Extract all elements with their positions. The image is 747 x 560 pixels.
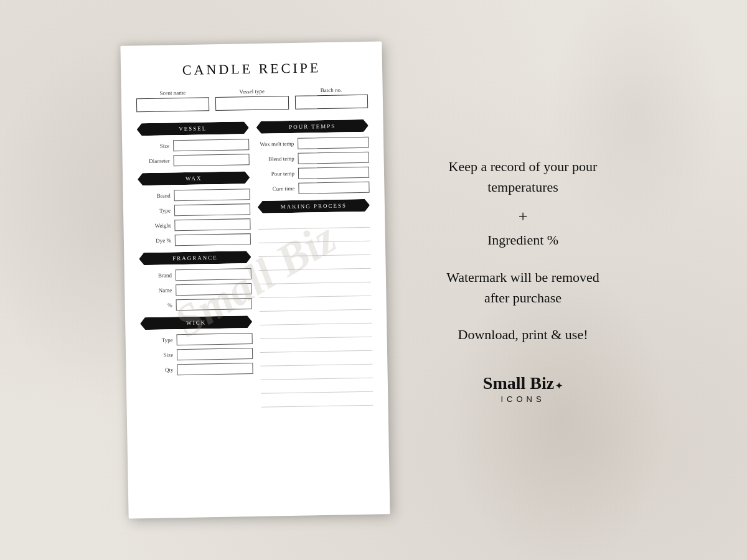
brand-name-text: Small Biz ✦ [483, 374, 563, 393]
vessel-type-field: Vessel type [215, 88, 289, 111]
frag-brand-input[interactable] [176, 268, 251, 281]
fragrance-section-header: FRAGRANCE [139, 251, 251, 265]
scent-name-input[interactable] [136, 97, 210, 112]
process-line [260, 312, 372, 325]
cure-time-label: Cure time [257, 185, 294, 192]
process-line [260, 326, 372, 339]
vessel-type-label: Vessel type [239, 88, 265, 95]
vessel-size-label: Size [137, 142, 169, 149]
process-line [259, 285, 371, 298]
vessel-diameter-row: Diameter [137, 154, 249, 167]
wick-size-input[interactable] [177, 348, 253, 360]
frag-pct-row: % [140, 298, 252, 311]
pour-temp-label: Pour temp [257, 170, 294, 177]
wick-qty-input[interactable] [177, 363, 253, 375]
vessel-diameter-label: Diameter [138, 157, 170, 164]
process-line [260, 340, 372, 353]
process-line [258, 230, 370, 243]
process-line [260, 367, 372, 380]
scent-name-label: Scent name [159, 90, 186, 96]
wick-type-label: Type [141, 337, 173, 343]
frag-pct-label: % [140, 302, 172, 309]
wick-size-label: Size [141, 352, 173, 358]
batch-no-input[interactable] [294, 95, 368, 110]
right-column: POUR TEMPS Wax melt temp Blend temp Pour… [256, 119, 374, 410]
pour-temps-section-header: POUR TEMPS [256, 119, 369, 134]
pour-temp-input[interactable] [298, 167, 369, 179]
document-card: CANDLE RECIPE Scent name Vessel type Bat… [120, 41, 390, 518]
info-ingredient-text: Ingredient % [487, 232, 558, 248]
wax-weight-input[interactable] [174, 218, 250, 231]
frag-name-input[interactable] [176, 283, 251, 296]
process-line [260, 299, 372, 312]
top-fields: Scent name Vessel type Batch no. [136, 86, 369, 112]
vessel-diameter-input[interactable] [173, 154, 249, 166]
scent-name-field: Scent name [136, 89, 210, 112]
info-download-text: Download, print & use! [458, 327, 588, 343]
wick-section-header: WICK [140, 315, 252, 330]
batch-no-label: Batch no. [321, 87, 342, 94]
wax-dye-row: Dye % [139, 233, 251, 246]
wax-type-label: Type [138, 207, 171, 214]
wax-section-header: WAX [138, 171, 250, 185]
wick-qty-label: Qty [141, 366, 173, 373]
page-container: CANDLE RECIPE Scent name Vessel type Bat… [125, 44, 622, 516]
main-content: VESSEL Size Diameter WAX Brand Type [137, 119, 374, 412]
blend-temp-label: Blend temp [257, 156, 294, 162]
process-line [259, 271, 371, 284]
process-lines [258, 217, 373, 408]
cure-time-row: Cure time [257, 182, 369, 195]
info-plus-symbol: + [519, 207, 528, 226]
frag-name-label: Name [139, 287, 172, 294]
brand-subtitle: ICONS [483, 394, 563, 404]
info-panel: Keep a record of your pour temperatures … [423, 156, 622, 404]
process-line [258, 217, 370, 230]
wax-brand-label: Brand [138, 192, 171, 199]
wax-brand-input[interactable] [174, 189, 250, 201]
info-watermark-text: Watermark will be removed after purchase [446, 267, 599, 308]
process-line [261, 394, 373, 408]
document-title: CANDLE RECIPE [136, 59, 367, 79]
star-icon: ✦ [555, 381, 563, 391]
cure-time-input[interactable] [298, 182, 369, 194]
info-pour-temps-text: Keep a record of your pour temperatures [449, 156, 598, 197]
wax-melt-temp-row: Wax melt temp [256, 137, 369, 150]
batch-no-field: Batch no. [294, 86, 368, 110]
frag-brand-label: Brand [139, 272, 172, 279]
process-line [260, 353, 372, 366]
blend-temp-row: Blend temp [256, 152, 369, 165]
process-line [258, 244, 370, 257]
wax-type-row: Type [138, 203, 250, 217]
process-line [261, 381, 373, 394]
vessel-section-header: VESSEL [137, 121, 249, 136]
left-column: VESSEL Size Diameter WAX Brand Type [137, 121, 254, 412]
wax-dye-label: Dye % [139, 237, 171, 244]
brand-name: Small Biz ✦ [483, 374, 563, 393]
wax-melt-temp-label: Wax melt temp [256, 141, 294, 147]
frag-brand-row: Brand [139, 268, 251, 281]
wick-type-input[interactable] [177, 333, 253, 345]
wax-brand-row: Brand [138, 189, 250, 202]
vessel-size-input[interactable] [173, 139, 249, 151]
wick-type-row: Type [141, 333, 253, 346]
wax-weight-label: Weight [138, 222, 171, 229]
blend-temp-input[interactable] [298, 152, 369, 164]
vessel-size-row: Size [137, 139, 249, 152]
wax-type-input[interactable] [174, 203, 250, 216]
frag-name-row: Name [139, 283, 251, 296]
pour-temp-row: Pour temp [257, 167, 369, 180]
frag-pct-input[interactable] [176, 298, 252, 310]
wax-weight-row: Weight [138, 218, 250, 231]
wax-dye-input[interactable] [175, 233, 251, 246]
wick-size-row: Size [141, 348, 253, 361]
vessel-type-input[interactable] [215, 96, 289, 111]
process-line [258, 258, 370, 271]
brand-logo: Small Biz ✦ ICONS [483, 374, 563, 404]
wax-melt-temp-input[interactable] [298, 137, 369, 149]
making-process-section-header: MAKING PROCESS [258, 199, 370, 213]
wick-qty-row: Qty [141, 363, 253, 376]
